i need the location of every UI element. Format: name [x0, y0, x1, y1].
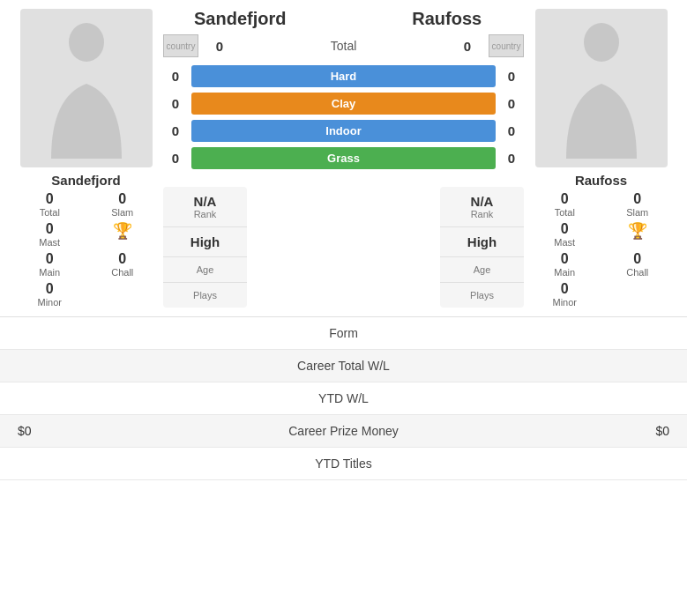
stats-middle-row: N/A Rank High Age Plays: [163, 187, 524, 308]
left-header-name: Sandefjord: [163, 9, 317, 29]
surface-row-hard: 0 Hard 0: [163, 65, 524, 87]
surface-row-grass: 0 Grass 0: [163, 147, 524, 169]
left-rank-row: N/A Rank: [163, 187, 247, 227]
left-age-row: Age: [163, 257, 247, 283]
left-player-name: Sandefjord: [51, 173, 120, 188]
right-player-card: Raufoss 0 Total 0 Slam 0 Mast 🏆: [524, 9, 678, 308]
player-header-row: Sandefjord Raufoss: [163, 9, 524, 34]
right-plays-row: Plays: [440, 283, 524, 308]
total-score-row: 0 Total 0: [207, 39, 480, 54]
right-mast-trophy: 🏆: [606, 221, 670, 248]
right-stats-box: N/A Rank High Age Plays: [440, 187, 524, 308]
left-plays-row: Plays: [163, 283, 247, 308]
svg-point-0: [69, 23, 104, 62]
right-minor-stat: 0 Minor: [533, 281, 597, 308]
right-total-stat: 0 Total: [533, 191, 597, 218]
right-player-stats: 0 Total 0 Slam 0 Mast 🏆 0 Main: [524, 191, 678, 308]
info-sections: Form Career Total W/L YTD W/L $0 Career …: [0, 316, 687, 480]
ytd-titles-row: YTD Titles: [0, 448, 687, 480]
badge-grass: Grass: [191, 147, 496, 169]
ytd-wl-row: YTD W/L: [0, 382, 687, 415]
prize-money-row: $0 Career Prize Money $0: [0, 415, 687, 448]
left-high-row: High: [163, 227, 247, 257]
left-player-card: Sandefjord 0 Total 0 Slam 0 Mast 🏆: [9, 9, 163, 308]
right-rank-row: N/A Rank: [440, 187, 524, 227]
left-mast-stat: 0 Mast: [18, 221, 82, 248]
left-country-flag: country: [163, 34, 198, 57]
top-comparison-area: Sandefjord 0 Total 0 Slam 0 Mast 🏆: [0, 0, 687, 308]
badge-indoor: Indoor: [191, 120, 496, 142]
right-high-row: High: [440, 227, 524, 257]
left-chall-stat: 0 Chall: [91, 251, 155, 278]
left-player-avatar: [20, 9, 153, 167]
right-player-name: Raufoss: [575, 173, 627, 188]
left-stats-box: N/A Rank High Age Plays: [163, 187, 247, 308]
right-slam-stat: 0 Slam: [606, 191, 670, 218]
form-row: Form: [0, 317, 687, 350]
left-total-stat: 0 Total: [18, 191, 82, 218]
right-player-avatar: [535, 9, 668, 167]
right-country-flag: country: [489, 34, 524, 57]
surface-scores: 0 Hard 0 0 Clay 0 0 Indoor 0: [163, 63, 524, 182]
right-mast-stat: 0 Mast: [533, 221, 597, 248]
left-trophy-icon: 🏆: [113, 221, 132, 241]
surface-row-indoor: 0 Indoor 0: [163, 120, 524, 142]
left-player-header: Sandefjord: [163, 9, 317, 29]
main-container: Sandefjord 0 Total 0 Slam 0 Mast 🏆: [0, 0, 687, 480]
badge-hard: Hard: [191, 65, 496, 87]
right-chall-stat: 0 Chall: [606, 251, 670, 278]
right-country: country: [489, 34, 524, 57]
career-total-row: Career Total W/L: [0, 350, 687, 382]
right-trophy-icon: 🏆: [628, 221, 647, 241]
right-player-header: Raufoss: [370, 9, 525, 29]
center-area: Sandefjord Raufoss country 0 Total: [163, 9, 524, 308]
left-minor-stat: 0 Minor: [18, 281, 82, 308]
surface-row-clay: 0 Clay 0: [163, 93, 524, 115]
center-spacer: [252, 187, 435, 308]
country-flags-row: country 0 Total 0 country: [163, 34, 524, 57]
left-country: country: [163, 34, 198, 57]
right-main-stat: 0 Main: [533, 251, 597, 278]
svg-point-1: [584, 23, 619, 62]
left-main-stat: 0 Main: [18, 251, 82, 278]
badge-clay: Clay: [191, 93, 496, 115]
left-mast-trophy: 🏆: [91, 221, 155, 248]
left-slam-stat: 0 Slam: [91, 191, 155, 218]
right-age-row: Age: [440, 257, 524, 283]
left-player-stats: 0 Total 0 Slam 0 Mast 🏆 0 Main: [9, 191, 163, 308]
right-header-name: Raufoss: [370, 9, 525, 29]
